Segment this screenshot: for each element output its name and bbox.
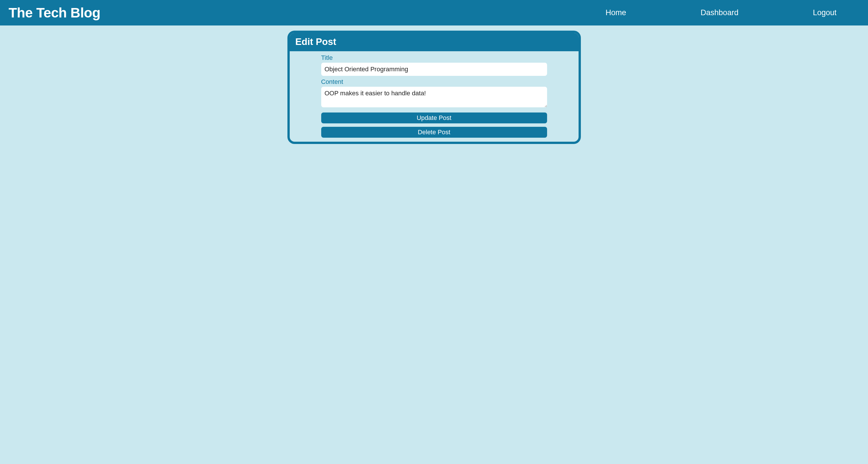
main-container: Edit Post Title Content Update Post Dele… <box>287 26 581 144</box>
card-header: Edit Post <box>290 33 579 51</box>
site-header: The Tech Blog Home Dashboard Logout <box>0 0 868 26</box>
nav-home[interactable]: Home <box>606 8 626 17</box>
card-body: Title Content Update Post Delete Post <box>290 51 579 142</box>
content-textarea[interactable] <box>321 87 547 107</box>
edit-post-card: Edit Post Title Content Update Post Dele… <box>287 31 581 144</box>
nav-dashboard[interactable]: Dashboard <box>701 8 738 17</box>
update-post-button[interactable]: Update Post <box>321 113 547 123</box>
nav-logout[interactable]: Logout <box>813 8 837 17</box>
delete-post-button[interactable]: Delete Post <box>321 127 547 138</box>
site-title: The Tech Blog <box>8 5 100 21</box>
card-title: Edit Post <box>296 36 573 47</box>
main-nav: Home Dashboard Logout <box>606 8 860 17</box>
content-label: Content <box>321 78 547 86</box>
title-input[interactable] <box>321 63 547 76</box>
title-label: Title <box>321 54 547 62</box>
